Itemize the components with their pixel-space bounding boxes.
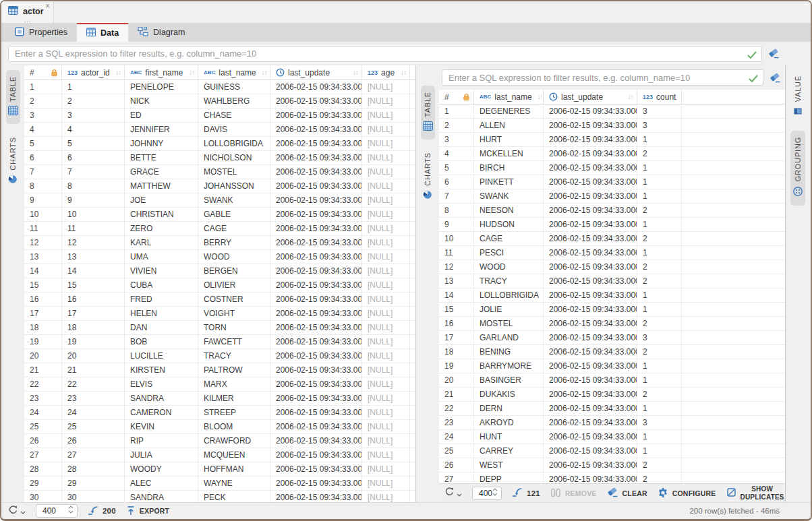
cell[interactable]: 10 — [62, 208, 125, 221]
cell[interactable]: 1 — [637, 373, 682, 387]
cell[interactable]: SWANK — [198, 193, 270, 207]
cell[interactable]: 2 — [637, 147, 682, 160]
cell[interactable]: BENING — [474, 345, 544, 359]
cell[interactable]: [NULL] — [362, 392, 410, 405]
cell[interactable]: 3 — [637, 331, 682, 344]
check-icon[interactable] — [747, 50, 757, 62]
spinner-arrows-icon[interactable] — [68, 505, 74, 517]
cell[interactable]: 29 — [24, 477, 62, 490]
cell[interactable]: 8 — [24, 179, 62, 193]
cell[interactable]: 24 — [62, 406, 125, 419]
cell[interactable]: [NULL] — [362, 222, 410, 235]
cell[interactable]: PESCI — [474, 246, 544, 259]
cell[interactable]: 9 — [62, 193, 125, 207]
fetch-size-stepper[interactable]: 400 — [472, 487, 502, 500]
overflow-dots-icon[interactable]: … — [24, 16, 32, 24]
cell[interactable]: 2006-02-15 09:34:33.000 — [544, 373, 637, 387]
cell[interactable]: [NULL] — [362, 293, 410, 306]
cell[interactable]: BASINGER — [474, 373, 544, 387]
column-header-first_name[interactable]: ABCfirst_name↓↑ — [125, 65, 198, 80]
show-duplicates-button[interactable]: SHOW DUPLICATES — [726, 485, 784, 501]
cell[interactable]: [NULL] — [362, 236, 410, 249]
cell[interactable]: 2006-02-15 09:34:33.000 — [544, 133, 637, 146]
table-row[interactable]: 10CAGE2006-02-15 09:34:33.0002 — [439, 232, 785, 246]
cell[interactable]: DERN — [474, 402, 544, 415]
cell[interactable]: 1 — [637, 175, 682, 189]
cell[interactable]: [NULL] — [362, 377, 410, 391]
cell[interactable]: KILMER — [198, 392, 270, 405]
cell[interactable]: TORN — [198, 321, 270, 334]
cell[interactable]: [NULL] — [362, 151, 410, 164]
cell[interactable]: UMA — [125, 250, 198, 264]
cell[interactable]: CAGE — [474, 232, 544, 245]
cell[interactable]: KEVIN — [125, 420, 198, 433]
cell[interactable]: [NULL] — [362, 165, 410, 179]
cell[interactable]: TRACY — [198, 349, 270, 363]
cell[interactable]: 2 — [637, 274, 682, 288]
cell[interactable]: BARRYMORE — [474, 359, 544, 373]
cell[interactable]: HURT — [474, 133, 544, 146]
table-row[interactable]: 2ALLEN2006-02-15 09:34:33.0003 — [439, 119, 785, 133]
cell[interactable]: 25 — [24, 420, 62, 433]
cell[interactable]: 2006-02-15 09:34:33.000 — [544, 274, 637, 288]
cell[interactable]: 19 — [439, 359, 474, 373]
cell[interactable]: 3 — [637, 416, 682, 429]
refresh-button[interactable] — [444, 487, 462, 499]
cell[interactable]: 2006-02-15 09:34:33.000 — [270, 349, 362, 363]
table-row[interactable]: 2626RIPCRAWFORD2006-02-15 09:34:33.000[N… — [24, 434, 415, 448]
cell[interactable]: 2006-02-15 09:34:33.000 — [270, 491, 362, 502]
left-filter-input[interactable] — [8, 46, 762, 62]
table-row[interactable]: 18BENING2006-02-15 09:34:33.0002 — [439, 345, 785, 359]
table-row[interactable]: 55JOHNNYLOLLOBRIGIDA2006-02-15 09:34:33.… — [24, 137, 415, 151]
check-icon[interactable] — [749, 73, 758, 86]
cell[interactable]: CAMERON — [125, 406, 198, 419]
cell[interactable]: 21 — [439, 388, 474, 401]
cell[interactable]: 2006-02-15 09:34:33.000 — [544, 218, 637, 231]
spinner-arrows-icon[interactable] — [492, 487, 498, 499]
table-row[interactable]: 14LOLLOBRIGIDA2006-02-15 09:34:33.0001 — [439, 288, 785, 303]
cell[interactable]: BIRCH — [474, 161, 544, 175]
cell[interactable]: 5 — [62, 137, 125, 150]
table-row[interactable]: 2424CAMERONSTREEP2006-02-15 09:34:33.000… — [24, 406, 415, 420]
cell[interactable]: 25 — [62, 420, 125, 433]
cell[interactable]: 2006-02-15 09:34:33.000 — [270, 406, 362, 419]
table-row[interactable]: 1919BOBFAWCETT2006-02-15 09:34:33.000[NU… — [24, 335, 415, 349]
cell[interactable]: MOSTEL — [474, 317, 544, 330]
cell[interactable]: 2006-02-15 09:34:33.000 — [270, 278, 362, 292]
cell[interactable]: 1 — [439, 104, 474, 118]
cell[interactable]: 2006-02-15 09:34:33.000 — [544, 444, 637, 458]
cell[interactable]: 2006-02-15 09:34:33.000 — [544, 345, 637, 359]
cell[interactable]: [NULL] — [362, 462, 410, 476]
cell[interactable]: 1 — [24, 80, 62, 94]
table-row[interactable]: 23AKROYD2006-02-15 09:34:33.0003 — [439, 416, 785, 430]
cell[interactable]: 20 — [439, 373, 474, 387]
cell[interactable]: GABLE — [198, 208, 270, 221]
cell[interactable]: 11 — [439, 246, 474, 259]
table-row[interactable]: 33EDCHASE2006-02-15 09:34:33.000[NULL] — [24, 109, 415, 123]
cell[interactable]: 1 — [637, 444, 682, 458]
cell[interactable]: 6 — [24, 151, 62, 164]
cell[interactable]: TRACY — [474, 274, 544, 288]
cell[interactable]: 2006-02-15 09:34:33.000 — [544, 303, 637, 316]
cell[interactable]: 1 — [637, 402, 682, 415]
cell[interactable]: PINKETT — [474, 175, 544, 189]
cell[interactable]: 2 — [637, 472, 682, 483]
cell[interactable]: 6 — [439, 175, 474, 189]
cell[interactable]: 2 — [637, 204, 682, 217]
cell[interactable]: SWANK — [474, 189, 544, 203]
cell[interactable]: 24 — [24, 406, 62, 419]
cell[interactable]: 17 — [439, 331, 474, 344]
cell[interactable]: 7 — [24, 165, 62, 179]
cell[interactable]: WAYNE — [198, 477, 270, 490]
close-icon[interactable]: × — [45, 2, 50, 10]
cell[interactable]: HELEN — [125, 307, 198, 320]
cell[interactable]: 25 — [439, 444, 474, 458]
cell[interactable]: 14 — [62, 264, 125, 278]
side-tab-table-right[interactable]: TABLE — [421, 86, 435, 140]
column-header-last_name[interactable]: ABClast_name↓↑ — [198, 65, 270, 80]
cell[interactable]: 2 — [637, 232, 682, 245]
cell[interactable]: 23 — [62, 392, 125, 405]
cell[interactable]: 29 — [62, 477, 125, 490]
cell[interactable]: 2006-02-15 09:34:33.000 — [544, 161, 637, 175]
cell[interactable]: 2006-02-15 09:34:33.000 — [270, 80, 362, 94]
